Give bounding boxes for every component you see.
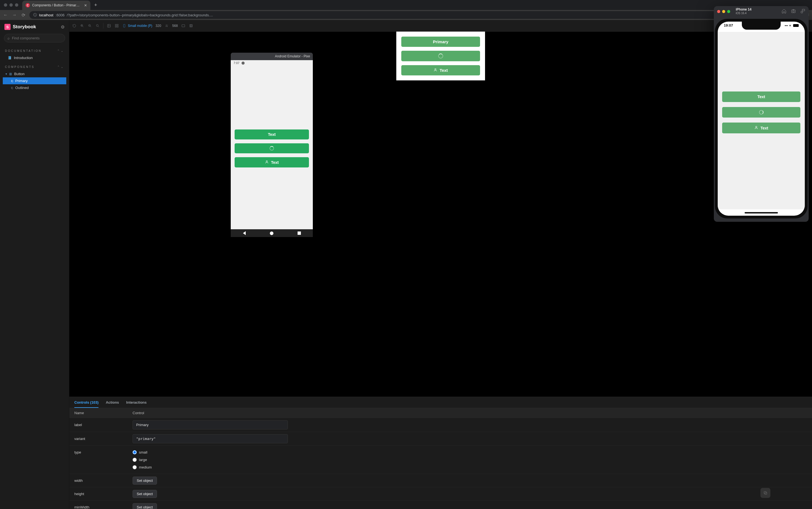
back-icon[interactable]: ←: [3, 12, 8, 18]
set-object-button[interactable]: Set object: [133, 503, 157, 509]
table-header: Name Control: [69, 408, 812, 418]
control-text-input[interactable]: [133, 434, 288, 443]
svg-rect-13: [115, 24, 116, 25]
forward-icon[interactable]: →: [12, 12, 17, 18]
search-field[interactable]: ⌕: [4, 34, 65, 42]
tab-interactions[interactable]: Interactions: [126, 397, 147, 408]
android-home-icon[interactable]: [270, 232, 273, 235]
radio-option-small[interactable]: small: [133, 450, 807, 454]
swap-icon[interactable]: [164, 24, 169, 28]
minimize-window-dot[interactable]: [722, 10, 725, 13]
preview-button-loading[interactable]: [401, 51, 480, 61]
controls-table[interactable]: Name Control label variant type small la…: [69, 408, 812, 509]
new-tab-button[interactable]: +: [91, 2, 101, 8]
section-title-components[interactable]: COMPONENTS ⌃⌄: [3, 64, 66, 70]
url-path: /?path=/story/components-button--primary…: [67, 13, 213, 17]
ios-status-time: 19:07: [724, 23, 733, 28]
radio-input[interactable]: [133, 458, 137, 462]
android-screen: 7:07 Text Text: [231, 60, 313, 229]
android-recents-icon[interactable]: [298, 232, 301, 235]
control-row-variant: variant: [69, 432, 812, 445]
zoom-reset-icon[interactable]: [95, 24, 100, 28]
ios-title: iPhone 14 iOS 16.4: [733, 8, 751, 15]
control-radio-group: small large medium: [133, 450, 807, 469]
maximize-window-dot[interactable]: [15, 3, 18, 7]
background-floating-button[interactable]: [760, 488, 770, 498]
maximize-window-dot[interactable]: [727, 10, 730, 13]
android-status-time: 7:07: [234, 61, 239, 65]
minimize-window-dot[interactable]: [9, 3, 13, 7]
search-input[interactable]: [12, 36, 62, 40]
site-info-icon[interactable]: ⓘ: [33, 12, 37, 18]
home-indicator[interactable]: [745, 212, 778, 213]
measure-icon[interactable]: [181, 24, 185, 28]
address-bar[interactable]: ⓘ localhost:6006/?path=/story/components…: [29, 11, 753, 19]
tab-controls[interactable]: Controls (103): [74, 397, 98, 408]
android-button-primary[interactable]: Text: [235, 130, 309, 139]
zoom-out-icon[interactable]: [88, 24, 92, 28]
rotate-icon[interactable]: [800, 9, 805, 14]
section-title-documentation[interactable]: DOCUMENTATION ⌃⌄: [3, 47, 66, 54]
set-object-button[interactable]: Set object: [133, 477, 157, 485]
component-folder-button[interactable]: ▾ ⊞ Button: [3, 70, 66, 77]
radio-option-large[interactable]: large: [133, 458, 807, 462]
viewport-select[interactable]: Small mobile (P): [122, 24, 152, 28]
story-item-outlined[interactable]: ⎗ Outlined: [3, 84, 66, 91]
preview-button-icon[interactable]: Text: [401, 65, 480, 75]
bookmark-icon: ⎗: [11, 86, 13, 90]
browser-tab[interactable]: C Components / Button - Primar… ✕: [22, 1, 91, 10]
cellular-icon: •••: [784, 24, 788, 27]
svg-point-12: [108, 25, 109, 26]
svg-rect-17: [124, 24, 125, 27]
android-emulator-window[interactable]: Android Emulator - Pixe 7:07 Text Text: [231, 53, 313, 237]
screenshot-icon[interactable]: [791, 9, 796, 14]
grid-icon[interactable]: [114, 24, 119, 28]
svg-rect-20: [191, 25, 192, 26]
ios-button-primary[interactable]: Text: [722, 92, 800, 102]
radio-input[interactable]: [133, 450, 137, 454]
sidebar-menu-icon[interactable]: ⚙: [61, 24, 65, 30]
reload-icon[interactable]: ⟳: [21, 12, 26, 18]
window-traffic-lights[interactable]: [0, 3, 22, 7]
section-title-label: COMPONENTS: [5, 65, 35, 68]
android-button-loading[interactable]: [235, 143, 309, 153]
control-row-minwidth: minWidth Set object: [69, 500, 812, 509]
doc-item-introduction[interactable]: Introduction: [3, 54, 66, 61]
background-icon[interactable]: [107, 24, 111, 28]
preview-button-primary[interactable]: Primary: [401, 37, 480, 47]
col-name: Name: [74, 411, 133, 415]
battery-icon: [793, 24, 799, 27]
outline-icon[interactable]: [189, 24, 193, 28]
ios-button-icon[interactable]: Text: [722, 123, 800, 133]
svg-point-28: [756, 126, 757, 128]
tab-actions[interactable]: Actions: [106, 397, 119, 408]
ios-button-loading[interactable]: [722, 107, 800, 117]
ios-traffic-lights[interactable]: [717, 10, 730, 13]
storybook-main: Small mobile (P) 320 568 Primary: [69, 20, 812, 509]
control-text-input[interactable]: [133, 420, 288, 430]
zoom-in-icon[interactable]: [80, 24, 84, 28]
spinner-icon: [759, 110, 764, 114]
close-window-dot[interactable]: [4, 3, 7, 7]
control-name: minWidth: [74, 505, 133, 509]
android-button-icon[interactable]: Text: [235, 157, 309, 167]
android-back-icon[interactable]: [243, 231, 246, 235]
radio-input[interactable]: [133, 465, 137, 469]
brand[interactable]: S Storybook: [4, 24, 36, 30]
radio-label: small: [139, 450, 147, 454]
ios-simulator-window[interactable]: iPhone 14 iOS 16.4 19:07 ••• ᯤ Text: [714, 6, 809, 222]
home-icon[interactable]: [781, 9, 786, 14]
android-content: Text Text: [231, 66, 313, 229]
set-object-button[interactable]: Set object: [133, 490, 157, 498]
story-item-primary[interactable]: ⎗ Primary: [3, 77, 66, 84]
close-window-dot[interactable]: [717, 10, 720, 13]
browser-chrome: C Components / Button - Primar… ✕ + ← → …: [0, 0, 812, 20]
close-tab-icon[interactable]: ✕: [84, 3, 87, 7]
brand-title: Storybook: [13, 24, 36, 30]
android-status-bar: 7:07: [231, 60, 313, 66]
radio-option-medium[interactable]: medium: [133, 465, 807, 469]
tree-item-label: Introduction: [14, 56, 33, 60]
tab-label: Controls (103): [74, 400, 98, 405]
tab-label: Interactions: [126, 400, 147, 405]
reload-story-icon[interactable]: [72, 24, 76, 28]
